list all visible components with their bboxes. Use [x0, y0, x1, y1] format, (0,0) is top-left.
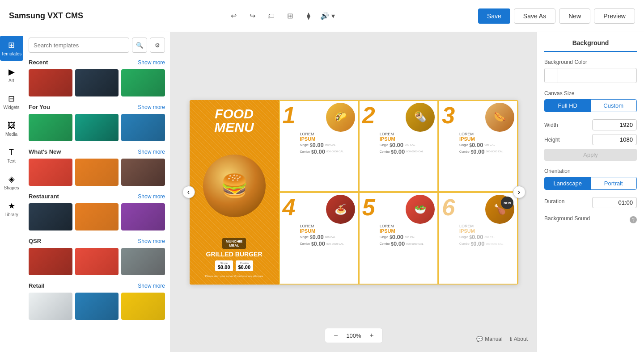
right-panel: Background Background Color Canvas Size …	[537, 32, 644, 352]
qsr-title: QSR	[29, 238, 41, 244]
canvas-wrapper: ‹ › FOODMENU 🍔 MUNCHIEMEAL GRILLED	[190, 100, 518, 285]
restaurant-show-more[interactable]: Show more	[138, 193, 165, 200]
recent-section-header: Recent Show more	[29, 59, 165, 66]
zoom-controls: − 100% +	[325, 328, 383, 343]
new-button[interactable]: New	[559, 8, 590, 24]
template-thumb[interactable]	[75, 114, 119, 141]
filter-button[interactable]: ⚙	[150, 38, 165, 53]
retail-section-header: Retail Show more	[29, 282, 165, 289]
template-thumb[interactable]	[75, 159, 119, 186]
whats-new-show-more[interactable]: Show more	[138, 149, 165, 155]
qsr-section-header: QSR Show more	[29, 238, 165, 244]
burger-image: 🍔	[203, 155, 266, 217]
template-thumb[interactable]	[29, 203, 72, 230]
template-thumb[interactable]	[121, 159, 165, 186]
template-thumb[interactable]	[29, 69, 72, 96]
canvas-left-panel: FOODMENU 🍔 MUNCHIEMEAL GRILLED BURGER Si…	[190, 100, 279, 285]
template-thumb[interactable]	[29, 159, 72, 186]
help-icon[interactable]: ?	[630, 216, 637, 223]
redo-button[interactable]: ↪	[244, 8, 261, 25]
restaurant-section-header: Restaurant Show more	[29, 193, 165, 200]
munchie-badge: MUNCHIEMEAL	[222, 238, 246, 249]
canvas-toggle-left[interactable]: ‹	[182, 186, 195, 198]
bottom-links: 💬 Manual ℹ About	[476, 336, 528, 342]
zoom-in-button[interactable]: +	[366, 330, 377, 341]
zoom-level: 100%	[345, 332, 363, 339]
portrait-button[interactable]: Portrait	[591, 177, 637, 189]
bg-color-input[interactable]	[544, 68, 637, 83]
topbar: Samsung VXT CMS ↩ ↪ 🏷 ⊞ ⧫ 🔊 ▾ Save Save …	[0, 0, 644, 32]
qsr-grid	[29, 248, 165, 275]
whats-new-grid	[29, 159, 165, 186]
save-as-button[interactable]: Save As	[514, 8, 555, 24]
sidebar-item-widgets[interactable]: ⊟ Widgets	[0, 89, 23, 114]
template-thumb[interactable]	[121, 203, 165, 230]
custom-button[interactable]: Custom	[591, 100, 637, 112]
save-button[interactable]: Save	[478, 8, 510, 24]
search-bar: 🔍 ⚙	[29, 38, 165, 53]
template-thumb[interactable]	[75, 69, 119, 96]
sound-button[interactable]: 🔊 ▾	[319, 8, 336, 25]
main-layout: ⊞ Templates ▶ Art ⊟ Widgets 🖼 Media T Te…	[0, 32, 644, 352]
width-input[interactable]	[592, 119, 637, 130]
sidebar-item-templates-label: Templates	[1, 51, 22, 56]
duration-label: Duration	[544, 198, 564, 205]
sidebar-item-templates[interactable]: ⊞ Templates	[0, 36, 23, 61]
search-input[interactable]	[29, 38, 129, 53]
apply-button[interactable]: Apply	[544, 149, 637, 161]
template-thumb[interactable]	[29, 248, 72, 275]
bg-sound-row: Background Sound ?	[544, 215, 637, 224]
canvas-toggle-right[interactable]: ›	[513, 186, 525, 198]
preview-button[interactable]: Preview	[594, 8, 635, 24]
for-you-show-more[interactable]: Show more	[138, 104, 165, 110]
sidebar-item-media-label: Media	[5, 132, 17, 137]
width-label: Width	[544, 122, 558, 128]
sidebar-item-text-label: Text	[7, 159, 15, 163]
menu-item-3: 3 🌭 LOREM IPSUM Single $0.00 000 CAL Com…	[438, 100, 518, 193]
toolbar-icons: ↩ ↪ 🏷 ⊞ ⧫ 🔊 ▾	[225, 8, 336, 25]
template-thumb[interactable]	[121, 114, 165, 141]
recent-show-more[interactable]: Show more	[138, 59, 165, 66]
manual-icon: 💬	[476, 336, 483, 342]
template-thumb[interactable]	[121, 69, 165, 96]
layers-button[interactable]: ⧫	[300, 8, 317, 25]
sidebar-item-shapes[interactable]: ◈ Shapes	[0, 170, 23, 195]
landscape-button[interactable]: Landscape	[545, 177, 591, 189]
undo-button[interactable]: ↩	[225, 8, 242, 25]
full-hd-button[interactable]: Full HD	[545, 100, 591, 112]
height-row: Height	[544, 134, 637, 145]
template-thumb[interactable]	[121, 293, 165, 320]
sidebar-item-media[interactable]: 🖼 Media	[0, 116, 23, 141]
art-icon: ▶	[8, 67, 15, 77]
retail-show-more[interactable]: Show more	[138, 283, 165, 289]
template-thumb[interactable]	[75, 203, 119, 230]
template-thumb[interactable]	[75, 248, 119, 275]
panel-title: Background	[544, 39, 637, 52]
grid-button[interactable]: ⊞	[281, 8, 298, 25]
search-button[interactable]: 🔍	[132, 38, 147, 53]
tag-button[interactable]: 🏷	[263, 8, 280, 25]
qsr-show-more[interactable]: Show more	[138, 238, 165, 244]
bg-sound-label: Background Sound	[544, 215, 590, 222]
food-image-2: 🌯	[406, 103, 435, 132]
height-input[interactable]	[592, 134, 637, 145]
template-thumb[interactable]	[75, 293, 119, 320]
media-icon: 🖼	[8, 121, 16, 130]
template-thumb[interactable]	[29, 293, 72, 320]
width-row: Width	[544, 119, 637, 130]
duration-input[interactable]	[592, 197, 637, 208]
for-you-section-header: For You Show more	[29, 104, 165, 110]
text-icon: T	[9, 148, 14, 157]
template-thumb[interactable]	[121, 248, 165, 275]
grilled-burger-text: GRILLED BURGER	[205, 251, 263, 258]
orientation-section: Orientation Landscape Portrait	[544, 168, 637, 190]
template-thumb[interactable]	[29, 114, 72, 141]
sidebar-item-art[interactable]: ▶ Art	[0, 63, 23, 88]
sidebar-item-text[interactable]: T Text	[0, 143, 23, 168]
info-icon: ℹ	[510, 336, 512, 342]
manual-link[interactable]: 💬 Manual	[476, 336, 502, 342]
canvas-content: FOODMENU 🍔 MUNCHIEMEAL GRILLED BURGER Si…	[190, 100, 518, 285]
sidebar-item-library[interactable]: ★ Library	[0, 197, 23, 222]
zoom-out-button[interactable]: −	[330, 330, 341, 341]
about-link[interactable]: ℹ About	[510, 336, 528, 342]
